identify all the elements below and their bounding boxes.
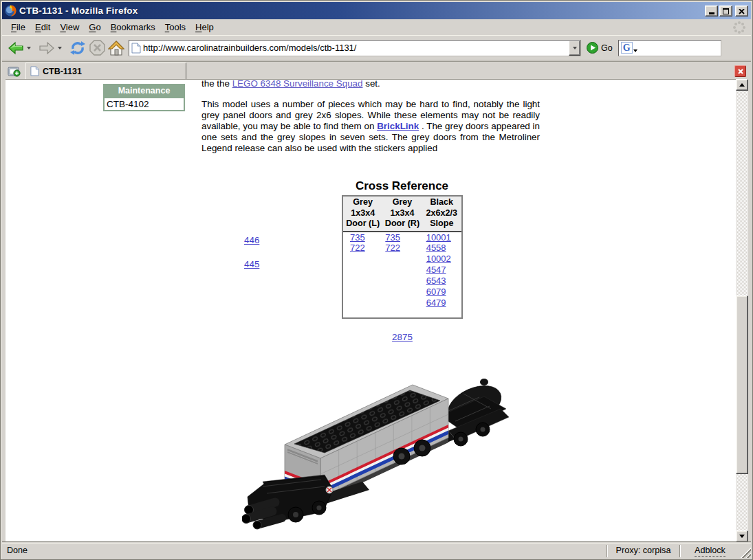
tab-label: CTB-1131 bbox=[43, 67, 82, 76]
link-4558[interactable]: 4558 bbox=[426, 243, 446, 253]
link-6079[interactable]: 6079 bbox=[426, 287, 446, 297]
home-icon bbox=[108, 41, 124, 56]
reload-button[interactable] bbox=[68, 38, 87, 58]
firefox-icon bbox=[5, 5, 17, 16]
link-446[interactable]: 446 bbox=[244, 235, 259, 245]
tab-ctb-1131[interactable]: CTB-1131 bbox=[25, 63, 186, 79]
link-4547[interactable]: 4547 bbox=[426, 265, 446, 275]
table-row: 73573510001 bbox=[343, 232, 461, 243]
menu-view[interactable]: View bbox=[55, 20, 84, 34]
status-bar: Done Proxy: corpisa Adblock bbox=[2, 543, 751, 558]
left-links: 446 445 bbox=[244, 235, 259, 269]
link-2875[interactable]: 2875 bbox=[392, 332, 413, 342]
intro-line: the the LEGO 6348 Surveillance Squad set… bbox=[201, 79, 545, 89]
stop-icon bbox=[89, 40, 105, 56]
back-button[interactable] bbox=[6, 38, 25, 58]
arrow-down-icon bbox=[739, 535, 745, 538]
back-dropdown[interactable] bbox=[27, 47, 31, 49]
link-735[interactable]: 735 bbox=[385, 232, 400, 243]
reload-icon bbox=[69, 40, 86, 56]
page-icon bbox=[131, 43, 141, 54]
stop-button[interactable] bbox=[87, 38, 107, 58]
proxy-panel[interactable]: Proxy: corpisa bbox=[607, 545, 679, 557]
search-engine-dropdown[interactable] bbox=[633, 49, 637, 52]
column-header: Black2x6x2/3Slope bbox=[422, 197, 461, 232]
link-10001[interactable]: 10001 bbox=[426, 232, 451, 243]
menu-edit[interactable]: Edit bbox=[30, 20, 55, 34]
close-button[interactable] bbox=[735, 5, 748, 16]
menu-file[interactable]: File bbox=[6, 20, 30, 34]
menu-go[interactable]: Go bbox=[84, 20, 105, 34]
go-icon[interactable] bbox=[587, 42, 598, 54]
tab-close-button[interactable] bbox=[734, 65, 746, 77]
table-row: 6079 bbox=[343, 287, 461, 298]
column-header: Grey1x3x4Door (R) bbox=[382, 197, 422, 232]
forward-icon bbox=[39, 41, 55, 56]
body-paragraph: This model uses a number of pieces which… bbox=[201, 99, 540, 154]
bottom-link-wrap: 2875 bbox=[342, 332, 463, 342]
page-content: Maintenance CTB-4102 the the LEGO 6348 S… bbox=[6, 79, 736, 542]
scroll-up-button[interactable] bbox=[736, 79, 748, 91]
link-10002[interactable]: 10002 bbox=[426, 254, 451, 264]
go-label[interactable]: Go bbox=[601, 43, 613, 53]
minimize-icon bbox=[709, 12, 714, 14]
table-row: 10002 bbox=[343, 254, 461, 265]
vertical-scrollbar[interactable] bbox=[736, 79, 748, 542]
table-row: 6479 bbox=[343, 298, 461, 309]
maintenance-item[interactable]: CTB-4102 bbox=[105, 97, 184, 110]
maintenance-header: Maintenance bbox=[105, 85, 184, 97]
new-tab-button[interactable] bbox=[6, 63, 22, 78]
url-dropdown[interactable] bbox=[569, 41, 580, 56]
arrow-up-icon bbox=[739, 83, 745, 87]
cross-reference-title: Cross Reference bbox=[314, 179, 490, 193]
status-text: Done bbox=[2, 545, 607, 557]
cross-reference-box: Grey1x3x4Door (L)Grey1x3x4Door (R)Black2… bbox=[342, 195, 463, 319]
lego-train-image bbox=[242, 373, 510, 530]
scrollbar-thumb[interactable] bbox=[736, 295, 748, 474]
menu-tools[interactable]: Tools bbox=[160, 20, 190, 34]
home-button[interactable] bbox=[107, 38, 126, 58]
search-input[interactable] bbox=[639, 43, 721, 53]
window-title: CTB-1131 - Mozilla Firefox bbox=[19, 5, 138, 16]
google-icon[interactable]: G bbox=[621, 42, 633, 54]
throbber-icon bbox=[732, 20, 747, 35]
adblock-panel[interactable]: Adblock bbox=[679, 545, 740, 557]
close-icon bbox=[739, 9, 745, 14]
adblock-label[interactable]: Adblock bbox=[695, 546, 725, 557]
minimize-button[interactable] bbox=[705, 5, 718, 16]
table-row: 6543 bbox=[343, 276, 461, 287]
link-722[interactable]: 722 bbox=[385, 243, 400, 253]
tab-strip: CTB-1131 bbox=[2, 61, 751, 79]
new-tab-icon bbox=[8, 65, 21, 77]
table-row: 7227224558 bbox=[343, 243, 461, 254]
back-icon bbox=[8, 41, 24, 56]
link-735[interactable]: 735 bbox=[350, 232, 365, 243]
link-6543[interactable]: 6543 bbox=[426, 276, 446, 286]
chevron-down-icon bbox=[573, 47, 577, 49]
navigation-toolbar: Go G bbox=[2, 35, 751, 60]
maximize-icon bbox=[723, 8, 729, 14]
forward-button[interactable] bbox=[37, 38, 56, 58]
address-bar bbox=[129, 40, 581, 56]
menu-bar: FileEditViewGoBookmarksToolsHelp bbox=[2, 19, 751, 35]
resize-grip[interactable] bbox=[740, 547, 751, 558]
column-header: Grey1x3x4Door (L) bbox=[343, 197, 382, 232]
tab-favicon bbox=[30, 66, 39, 76]
title-bar[interactable]: CTB-1131 - Mozilla Firefox bbox=[2, 2, 751, 19]
link-bricklink[interactable]: BrickLink bbox=[377, 121, 419, 131]
link-6479[interactable]: 6479 bbox=[426, 298, 446, 308]
link-722[interactable]: 722 bbox=[350, 243, 365, 253]
table-row: 4547 bbox=[343, 265, 461, 276]
cross-reference-table: Grey1x3x4Door (L)Grey1x3x4Door (R)Black2… bbox=[343, 197, 461, 309]
menu-bookmarks[interactable]: Bookmarks bbox=[106, 20, 160, 34]
scroll-down-button[interactable] bbox=[736, 530, 748, 542]
maintenance-box: Maintenance CTB-4102 bbox=[103, 84, 185, 111]
forward-dropdown[interactable] bbox=[58, 47, 62, 49]
link-445[interactable]: 445 bbox=[244, 259, 259, 269]
menu-help[interactable]: Help bbox=[190, 20, 219, 34]
link-lego-6348-surveillance-squad[interactable]: LEGO 6348 Surveillance Squad bbox=[232, 79, 363, 89]
url-input[interactable] bbox=[143, 41, 569, 55]
search-bar: G bbox=[618, 40, 721, 56]
tab-close-icon bbox=[738, 69, 743, 74]
maximize-button[interactable] bbox=[719, 5, 732, 16]
